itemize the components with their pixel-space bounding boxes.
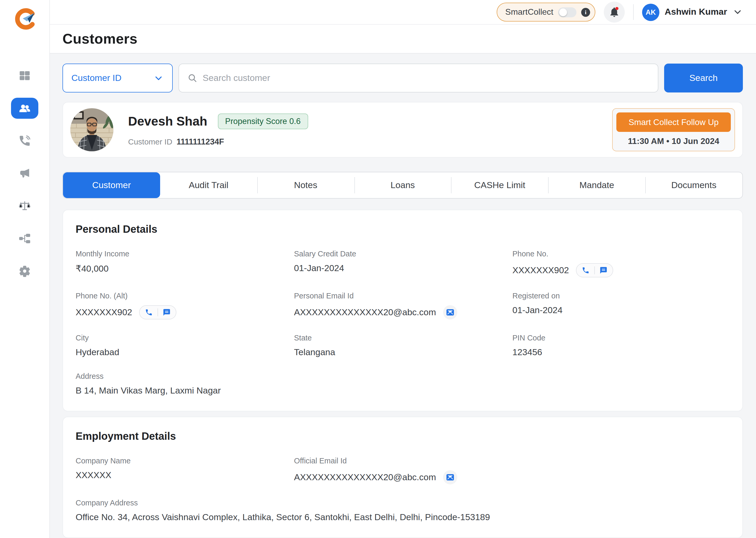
smart-collect-followup-box: Smart Collect Follow Up 11:30 AM • 10 Ju…: [612, 108, 735, 151]
field-state: State Telangana: [294, 334, 512, 358]
customer-id-label: Customer ID: [128, 137, 172, 146]
tab-cashe-limit[interactable]: CASHe Limit: [451, 172, 548, 198]
page-title: Customers: [63, 31, 138, 47]
mail-icon: [446, 473, 454, 482]
megaphone-icon: [19, 167, 31, 180]
field-company-address: Company Address Office No. 34, Across Va…: [75, 499, 730, 523]
sidebar-item-calls[interactable]: [11, 130, 38, 151]
call-button[interactable]: [145, 308, 153, 316]
customer-name: Devesh Shah: [128, 114, 207, 129]
user-name: Ashwin Kumar: [665, 7, 727, 17]
topbar: SmartCollect i AK Ashwin Kumar: [50, 0, 756, 25]
customer-info: Devesh Shah Propensity Score 0.6 Custome…: [128, 113, 612, 146]
app-window: SmartCollect i AK Ashwin Kumar Customers…: [0, 0, 756, 538]
employment-details-card: Employment Details Company Name XXXXXX O…: [63, 417, 743, 538]
chat-button[interactable]: [163, 308, 170, 316]
search-icon: [187, 73, 197, 83]
field-salary-credit-date: Salary Credit Date 01-Jan-2024: [294, 249, 512, 277]
workflow-icon: [19, 232, 31, 245]
field-address: Address B 14, Main Vikas Marg, Laxmi Nag…: [75, 372, 730, 396]
notification-bell-button[interactable]: [604, 2, 625, 23]
search-input[interactable]: [203, 73, 649, 83]
tab-notes[interactable]: Notes: [257, 172, 354, 198]
field-official-email: Official Email Id AXXXXXXXXXXXXXX20@abc.…: [294, 457, 512, 484]
field-phone-no-alt: Phone No. (Alt) XXXXXXX902: [75, 292, 294, 319]
sidebar-nav: [11, 65, 38, 282]
customer-id-row: Customer ID1111111234F: [128, 137, 612, 146]
mail-icon: [446, 308, 454, 317]
field-pin-code: PIN Code 123456: [512, 334, 730, 358]
chevron-down-icon: [732, 7, 743, 17]
field-monthly-income: Monthly Income ₹40,000: [75, 249, 294, 277]
tab-audit-trail[interactable]: Audit Trail: [160, 172, 257, 198]
field-registered-on: Registered on 01-Jan-2024: [512, 292, 730, 319]
smartcollect-pill[interactable]: SmartCollect i: [497, 3, 595, 22]
field-personal-email: Personal Email Id AXXXXXXXXXXXXXX20@abc.…: [294, 292, 512, 319]
chevron-down-icon: [153, 73, 164, 83]
smart-collect-followup-button[interactable]: Smart Collect Follow Up: [616, 112, 731, 132]
page-header: Customers: [50, 25, 756, 54]
sidebar-item-campaigns[interactable]: [11, 163, 38, 184]
sidebar: [0, 0, 50, 538]
sidebar-item-legal[interactable]: [11, 195, 38, 216]
field-company-name: Company Name XXXXXX: [75, 457, 294, 484]
search-row: Customer ID Search: [63, 64, 743, 92]
search-box: [178, 64, 658, 92]
search-filter-select[interactable]: Customer ID: [63, 64, 173, 92]
personal-details-card: Personal Details Monthly Income ₹40,000 …: [63, 210, 743, 411]
contact-actions-pill: [139, 305, 176, 319]
personal-details-title: Personal Details: [75, 223, 730, 235]
topbar-divider: [633, 4, 634, 20]
email-button[interactable]: [443, 470, 457, 484]
customer-summary-card: Devesh Shah Propensity Score 0.6 Custome…: [63, 102, 743, 158]
tab-mandate[interactable]: Mandate: [548, 172, 645, 198]
content-area: Customer ID Search: [50, 54, 756, 538]
bell-icon: [608, 6, 620, 18]
sidebar-item-dashboard[interactable]: [11, 65, 38, 86]
sidebar-item-workflow[interactable]: [11, 228, 38, 249]
scales-icon: [19, 200, 31, 212]
chat-button[interactable]: [599, 266, 607, 274]
field-phone-no: Phone No. XXXXXXX902: [512, 249, 730, 277]
sidebar-item-customers[interactable]: [11, 98, 38, 119]
field-city: City Hyderabad: [75, 334, 294, 358]
call-button[interactable]: [582, 266, 590, 274]
search-filter-value: Customer ID: [71, 73, 121, 83]
contact-actions-pill: [576, 263, 613, 277]
sidebar-item-settings[interactable]: [11, 261, 38, 282]
customers-icon: [19, 102, 31, 115]
dashboard-grid-icon: [19, 69, 31, 82]
main-column: SmartCollect i AK Ashwin Kumar Customers…: [50, 0, 756, 538]
followup-time: 11:30 AM • 10 Jun 2024: [616, 136, 731, 147]
cashe-logo[interactable]: [13, 7, 36, 30]
user-menu[interactable]: AK Ashwin Kumar: [642, 3, 743, 21]
gear-icon: [19, 265, 31, 277]
customer-id-value: 1111111234F: [176, 137, 224, 146]
customer-tabs: Customer Audit Trail Notes Loans CASHe L…: [63, 172, 743, 198]
phone-call-icon: [19, 134, 31, 147]
smartcollect-label: SmartCollect: [505, 7, 553, 17]
info-icon[interactable]: i: [581, 8, 590, 17]
user-avatar: AK: [642, 3, 659, 21]
search-button[interactable]: Search: [664, 64, 743, 92]
customer-photo: [71, 108, 114, 151]
employment-details-title: Employment Details: [75, 430, 730, 442]
propensity-score-badge: Propensity Score 0.6: [217, 113, 308, 129]
tab-customer[interactable]: Customer: [63, 172, 160, 198]
tab-loans[interactable]: Loans: [354, 172, 451, 198]
email-button[interactable]: [443, 305, 457, 319]
tab-documents[interactable]: Documents: [645, 172, 742, 198]
smartcollect-toggle[interactable]: [558, 7, 577, 17]
